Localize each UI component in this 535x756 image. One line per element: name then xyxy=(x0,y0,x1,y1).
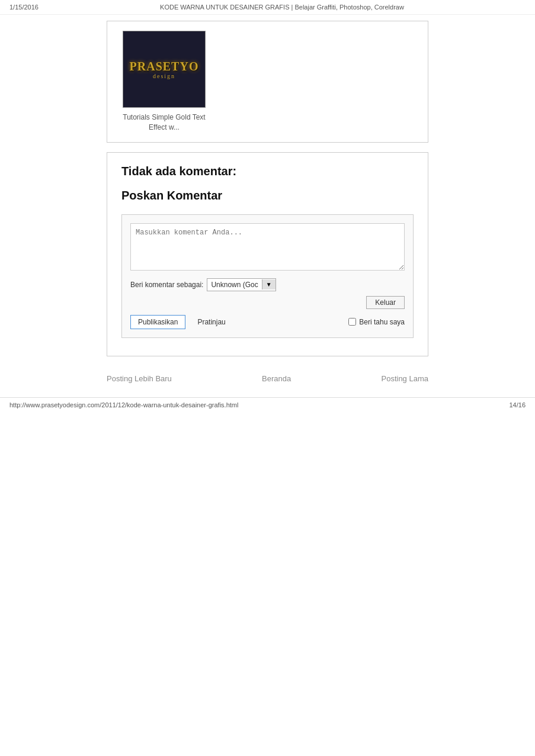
comment-textarea[interactable] xyxy=(130,223,405,271)
older-posts-link[interactable]: Posting Lama xyxy=(381,374,428,383)
pagination: 14/16 xyxy=(509,401,526,408)
keluar-row: Keluar xyxy=(130,296,405,309)
notify-label: Beri tahu saya xyxy=(359,318,405,326)
thumbnail-card: PRASETYO design Tutorials Simple Gold Te… xyxy=(107,21,428,143)
preview-button[interactable]: Pratinjau xyxy=(191,316,231,329)
notify-checkbox[interactable] xyxy=(348,318,356,326)
identity-dropdown-button[interactable]: ▼ xyxy=(262,279,275,289)
page-title: KODE WARNA UNTUK DESAINER GRAFIS | Belaj… xyxy=(160,4,404,11)
brand-subtitle: design xyxy=(130,73,199,79)
page-date: 1/15/2016 xyxy=(9,4,39,11)
notify-row: Beri tahu saya xyxy=(348,318,405,326)
thumbnail-caption: Tutorials Simple Gold Text Effect w... xyxy=(117,112,212,133)
comment-form: Beri komentar sebagai: Unknown (Goc ▼ Ke… xyxy=(121,214,414,338)
home-link[interactable]: Beranda xyxy=(262,374,291,383)
bottom-bar: http://www.prasetyodesign.com/2011/12/ko… xyxy=(0,397,535,412)
identity-select-text: Unknown (Goc xyxy=(207,279,261,291)
keluar-button[interactable]: Keluar xyxy=(366,296,405,309)
brand-name: PRASETYO xyxy=(130,60,199,73)
thumbnail-logo: PRASETYO design xyxy=(130,60,199,79)
identity-label: Beri komentar sebagai: xyxy=(130,281,203,289)
footer-nav: Posting Lebih Baru Beranda Posting Lama xyxy=(107,366,428,391)
thumbnail-item: PRASETYO design Tutorials Simple Gold Te… xyxy=(117,31,212,133)
action-row: Publikasikan Pratinjau Beri tahu saya xyxy=(130,315,405,329)
top-bar: 1/15/2016 KODE WARNA UNTUK DESAINER GRAF… xyxy=(0,0,535,15)
no-comments-heading: Tidak ada komentar: xyxy=(121,165,414,178)
identity-row: Beri komentar sebagai: Unknown (Goc ▼ xyxy=(130,278,405,291)
comment-section: Tidak ada komentar: Poskan Komentar Beri… xyxy=(107,152,428,356)
publish-button[interactable]: Publikasikan xyxy=(130,315,185,329)
page-url: http://www.prasetyodesign.com/2011/12/ko… xyxy=(9,401,238,408)
page-wrapper: PRASETYO design Tutorials Simple Gold Te… xyxy=(0,15,535,397)
thumbnail-image: PRASETYO design xyxy=(123,31,206,108)
post-comment-heading: Poskan Komentar xyxy=(121,189,414,202)
newer-posts-link[interactable]: Posting Lebih Baru xyxy=(107,374,172,383)
identity-select-wrapper[interactable]: Unknown (Goc ▼ xyxy=(207,278,275,291)
